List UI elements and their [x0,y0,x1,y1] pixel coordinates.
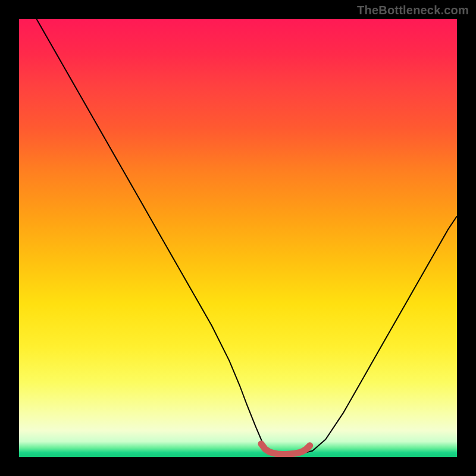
attribution-text: TheBottleneck.com [357,4,469,17]
chart-frame: TheBottleneck.com [0,0,476,476]
thick-bottom-line [261,444,310,455]
curve-line [36,19,457,455]
plot-area [19,19,457,457]
chart-svg [19,19,457,457]
